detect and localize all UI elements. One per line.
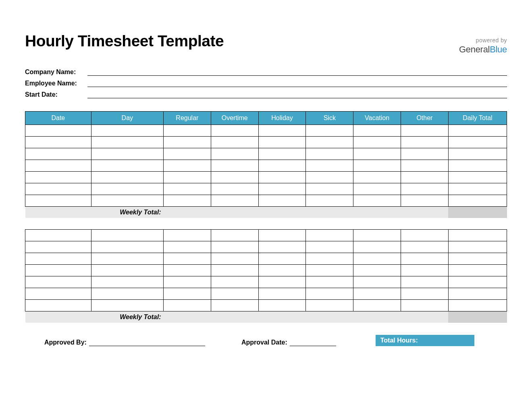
table-row[interactable] (25, 253, 507, 264)
employee-name-label: Employee Name: (25, 80, 87, 87)
table-row[interactable] (25, 125, 507, 137)
table-row[interactable] (25, 229, 507, 241)
th-day: Day (91, 112, 163, 125)
table-row[interactable] (25, 264, 507, 276)
powered-by-text: powered by (459, 37, 507, 44)
th-vacation: Vacation (353, 112, 401, 125)
approved-by-field[interactable] (89, 338, 205, 346)
brand-name-a: General (459, 44, 490, 54)
brand-logo: powered by GeneralBlue (459, 32, 507, 55)
approval-date-field[interactable] (290, 338, 336, 346)
weekly-total-value (448, 207, 507, 218)
approved-by-label: Approved By: (44, 339, 87, 346)
th-other: Other (401, 112, 449, 125)
th-daily-total: Daily Total (448, 112, 507, 125)
weekly-total-label: Weekly Total: (25, 311, 164, 323)
timesheet-week2: Weekly Total: (25, 229, 507, 323)
employee-name-field[interactable] (87, 78, 507, 87)
table-row[interactable] (25, 288, 507, 299)
weekly-total-label: Weekly Total: (25, 207, 164, 218)
total-hours-label: Total Hours: (380, 337, 418, 344)
table-row[interactable] (25, 183, 507, 195)
th-holiday: Holiday (258, 112, 306, 125)
approval-date-label: Approval Date: (241, 339, 287, 346)
company-name-field[interactable] (87, 67, 507, 76)
table-row[interactable] (25, 172, 507, 183)
weekly-total-row: Weekly Total: (25, 311, 507, 323)
company-name-label: Company Name: (25, 68, 87, 76)
weekly-total-value (448, 311, 507, 323)
table-row[interactable] (25, 148, 507, 160)
weekly-total-row: Weekly Total: (25, 207, 507, 218)
table-row[interactable] (25, 137, 507, 148)
page-title: Hourly Timesheet Template (25, 32, 224, 50)
table-row[interactable] (25, 299, 507, 311)
table-row[interactable] (25, 241, 507, 253)
th-regular: Regular (163, 112, 211, 125)
table-row[interactable] (25, 160, 507, 172)
brand-name-b: Blue (490, 44, 507, 54)
th-overtime: Overtime (211, 112, 258, 125)
th-sick: Sick (306, 112, 353, 125)
table-row[interactable] (25, 276, 507, 288)
timesheet-week1: Date Day Regular Overtime Holiday Sick V… (25, 111, 507, 218)
table-row[interactable] (25, 195, 507, 207)
total-hours-box: Total Hours: (376, 335, 474, 346)
start-date-label: Start Date: (25, 91, 87, 98)
th-date: Date (25, 112, 91, 125)
start-date-field[interactable] (87, 89, 507, 98)
